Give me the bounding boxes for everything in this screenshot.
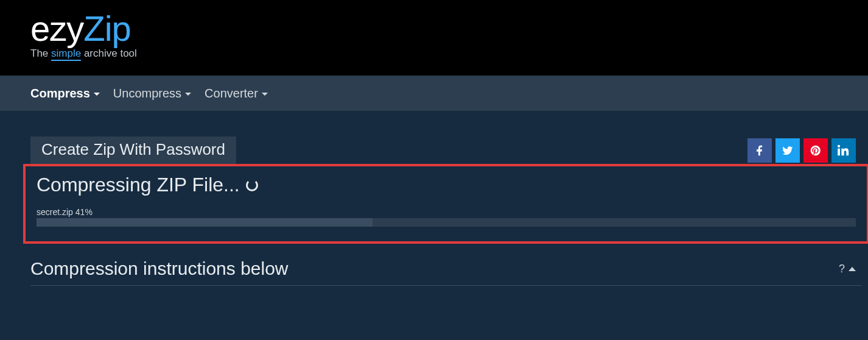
instructions-header: Compression instructions below ? [30,244,862,286]
tab-row: Create Zip With Password [30,136,862,164]
site-header: ezyZip The simple archive tool [0,0,868,71]
share-linkedin-button[interactable] [831,138,856,163]
pinterest-icon [810,144,822,157]
page-content: Create Zip With Password Compressing ZIP… [0,111,868,286]
tagline-pre: The [30,48,51,59]
share-pinterest-button[interactable] [803,138,828,163]
instructions-title: Compression instructions below [30,258,289,279]
compress-percent: 41% [75,207,93,217]
help-toggle[interactable]: ? [839,263,856,275]
compress-file-line: secret.zip 41% [37,207,856,217]
main-nav: Compress Uncompress Converter [0,71,868,111]
nav-compress[interactable]: Compress [30,87,100,101]
nav-uncompress[interactable]: Uncompress [113,87,191,101]
spinner-icon [246,179,258,191]
compress-progress-panel: Compressing ZIP File... secret.zip 41% [23,164,868,244]
tab-label: Create Zip With Password [41,140,225,158]
tab-create-zip-password[interactable]: Create Zip With Password [30,136,236,164]
progress-bar [37,218,856,227]
tagline-post: archive tool [81,48,137,59]
chevron-down-icon [94,93,100,96]
logo-part-ezy: ezy [30,11,83,46]
share-twitter-button[interactable] [775,138,800,163]
nav-compress-label: Compress [30,87,90,101]
chevron-down-icon [185,93,191,96]
facebook-icon [754,144,766,157]
nav-converter[interactable]: Converter [205,87,268,101]
compress-file-name: secret.zip [37,207,73,217]
twitter-icon [782,144,794,157]
tagline: The simple archive tool [30,48,868,60]
nav-converter-label: Converter [205,87,258,101]
share-facebook-button[interactable] [747,138,772,163]
progress-bar-fill [37,218,373,227]
chevron-down-icon [262,93,268,96]
chevron-up-icon [849,267,856,271]
help-label: ? [839,263,845,275]
compress-status-heading: Compressing ZIP File... [37,174,856,196]
social-share [747,138,856,163]
linkedin-icon [838,144,850,157]
tagline-simple: simple [51,48,81,61]
logo[interactable]: ezyZip [30,11,868,46]
compress-status-text: Compressing ZIP File... [37,174,240,196]
logo-part-zip: Zip [83,11,131,46]
nav-uncompress-label: Uncompress [113,87,181,101]
